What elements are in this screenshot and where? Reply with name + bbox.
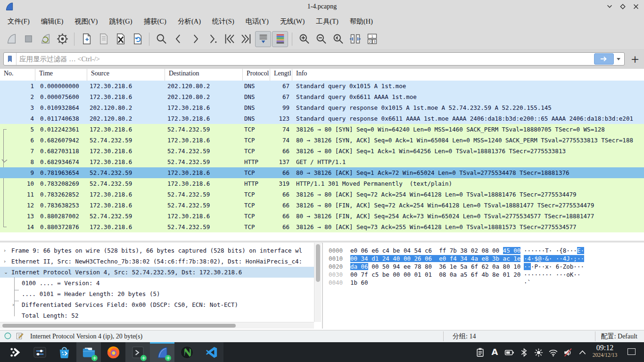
detail-line[interactable]: Frame 9: 66 bytes on wire (528 bits), 66… [0, 245, 314, 256]
detail-line[interactable]: 0100 .... = Version: 4 [0, 278, 314, 288]
expander-icon[interactable]: ⌄ [4, 267, 8, 278]
taskbar-clock[interactable]: 09:12 2024/12/13 [588, 344, 621, 358]
open-file-button[interactable] [78, 31, 94, 47]
taskbar-app-app-store[interactable] [52, 342, 76, 362]
menu-item[interactable]: 无线(W) [274, 15, 310, 27]
close-file-button[interactable] [112, 31, 128, 47]
column-header-no[interactable]: No. [0, 69, 35, 81]
packet-row[interactable]: 110.783262852172.30.218.652.74.232.59TCP… [0, 189, 644, 200]
battery-icon[interactable] [504, 347, 514, 357]
details-vertical-scrollbar[interactable] [314, 243, 321, 322]
packet-row[interactable]: 70.682703118172.30.218.652.74.232.59TCP6… [0, 146, 644, 156]
taskbar-app-settings[interactable] [27, 342, 52, 362]
save-file-button[interactable] [95, 31, 111, 47]
filter-dropdown-caret-icon[interactable] [617, 58, 620, 60]
menu-item[interactable]: 分析(A) [172, 15, 206, 27]
taskbar-app-file-manager[interactable]: + [76, 342, 101, 362]
find-packet-button[interactable] [153, 31, 169, 47]
detail-line[interactable]: Total Length: 52 [0, 310, 314, 321]
packet-row[interactable]: 50.012242361172.30.218.652.74.232.59TCP7… [0, 124, 644, 135]
taskbar-app-neovim[interactable] [174, 342, 199, 362]
capture-options-button[interactable] [54, 31, 70, 47]
column-header-lengtl[interactable]: Lengtl [270, 69, 292, 81]
expert-info-icon[interactable] [4, 332, 12, 342]
menu-item[interactable]: 工具(T) [310, 15, 344, 27]
detail-line[interactable]: Ethernet II, Src: NewH3CTechno_7b:38:02 … [0, 256, 314, 267]
expander-icon[interactable]: › [4, 245, 6, 256]
zoom-out-button[interactable] [313, 31, 329, 47]
detail-line[interactable]: Internet Protocol Version 4, Src: 52.74.… [0, 267, 314, 278]
packet-row[interactable]: 130.88028700252.74.232.59172.30.218.6TCP… [0, 211, 644, 222]
chevron-up-icon[interactable] [577, 347, 587, 357]
show-desktop-button[interactable] [627, 348, 636, 355]
column-header-info[interactable]: Info [292, 69, 644, 81]
hex-row[interactable]: 001000 34 d1 24 40 00 26 06 e0 f4 34 4a … [329, 255, 584, 263]
menu-item[interactable]: 视图(V) [69, 15, 103, 27]
column-header-destination[interactable]: Destination [165, 69, 243, 81]
packet-row[interactable]: 120.783638253172.30.218.652.74.232.59TCP… [0, 200, 644, 211]
menu-item[interactable]: 电话(Y) [240, 15, 274, 27]
menu-item[interactable]: 跳转(G) [103, 15, 138, 27]
filter-add-button[interactable]: + [629, 52, 641, 66]
hex-row[interactable]: 003000 7f c5 be 00 00 01 01 08 0a a5 6f … [329, 271, 584, 279]
column-header-source[interactable]: Source [87, 69, 165, 81]
packet-row[interactable]: 60.68260794252.74.232.59172.30.218.6TCP7… [0, 135, 644, 146]
detail-line[interactable]: .... 0101 = Header Length: 20 bytes (5) [0, 288, 314, 299]
clipboard-icon[interactable] [475, 347, 485, 357]
reload-file-button[interactable] [129, 31, 145, 47]
layout-button[interactable]: 123 [364, 31, 380, 47]
zoom-in-button[interactable] [296, 31, 312, 47]
hex-row[interactable]: 00401b 60·` [329, 279, 531, 287]
display-filter-input[interactable]: 应用显示过滤器 … <Ctrl-/> [3, 52, 625, 66]
packet-row[interactable]: 100.78320826952.74.232.59172.30.218.6HTT… [0, 178, 644, 189]
taskbar-app-wireshark[interactable]: + [150, 342, 174, 362]
packet-row[interactable]: 10.000000000172.30.218.6202.120.80.2DNS6… [0, 81, 644, 91]
packet-row[interactable]: 90.78196365452.74.232.59172.30.218.6TCP6… [0, 167, 644, 178]
menu-item[interactable]: 帮助(H) [344, 15, 379, 27]
details-horizontal-scrollbar[interactable] [0, 322, 314, 329]
packet-row[interactable]: 40.011740638202.120.80.2172.30.218.6DNS1… [0, 113, 644, 124]
colorize-button[interactable] [272, 31, 288, 47]
previous-packet-button[interactable] [170, 31, 186, 47]
filter-bookmark-icon[interactable] [4, 53, 17, 65]
shade-icon[interactable] [605, 2, 614, 11]
first-packet-button[interactable] [221, 31, 237, 47]
wifi-icon[interactable] [548, 347, 558, 357]
input-method-icon[interactable]: A [489, 347, 500, 357]
column-header-time[interactable]: Time [35, 69, 87, 81]
resize-columns-button[interactable] [347, 31, 363, 47]
next-packet-button[interactable] [187, 31, 203, 47]
zoom-reset-button[interactable] [330, 31, 346, 47]
taskbar-app-vscode[interactable] [199, 342, 223, 362]
scrollbar-thumb[interactable] [2, 324, 236, 328]
scrollbar-thumb[interactable] [316, 244, 320, 282]
column-header-protocol[interactable]: Protocol [243, 69, 270, 81]
brightness-icon[interactable] [533, 347, 544, 357]
menu-item[interactable]: 编辑(E) [35, 15, 69, 27]
packet-row[interactable]: 80.682934674172.30.218.652.74.232.59HTTP… [0, 156, 644, 167]
packet-row[interactable]: 20.000075600172.30.218.6202.120.80.2DNS6… [0, 91, 644, 102]
filter-apply-button[interactable] [594, 53, 614, 65]
volume-muted-icon[interactable] [562, 347, 573, 357]
taskbar-app-terminal[interactable]: + [125, 342, 150, 362]
packet-row[interactable]: 30.010932864202.120.80.2172.30.218.6DNS9… [0, 102, 644, 113]
hex-row[interactable]: 0000e0 06 e6 c4 be 04 54 c6 ff 7b 38 02 … [329, 247, 584, 255]
taskbar-app-firefox[interactable] [101, 342, 125, 362]
menu-item[interactable]: 文件(F) [2, 15, 35, 27]
hex-row[interactable]: 0020da 06 00 50 94 ee 78 80 36 1e 5a 6f … [329, 263, 584, 271]
expander-icon[interactable]: › [4, 256, 6, 267]
status-profile[interactable]: 配置: Default [601, 330, 637, 342]
packet-row[interactable]: 140.880372876172.30.218.652.74.232.59TCP… [0, 222, 644, 232]
menu-item[interactable]: 捕获(C) [138, 15, 172, 27]
start-capture-button[interactable] [3, 31, 19, 47]
taskbar-app-app-launcher[interactable] [3, 342, 27, 362]
close-icon[interactable] [632, 2, 640, 11]
stop-capture-button[interactable] [20, 31, 36, 47]
bluetooth-icon[interactable] [519, 347, 529, 357]
goto-packet-button[interactable] [204, 31, 220, 47]
last-packet-button[interactable] [238, 31, 254, 47]
capture-comment-icon[interactable] [16, 332, 24, 342]
maximize-icon[interactable] [619, 2, 627, 11]
restart-capture-button[interactable] [37, 31, 53, 47]
menu-item[interactable]: 统计(S) [206, 15, 240, 27]
